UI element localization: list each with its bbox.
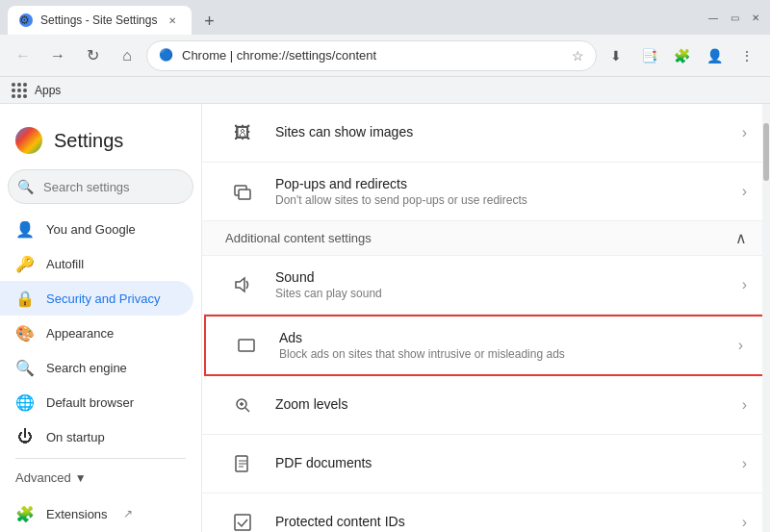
content-scroll: 🖼 Sites can show images › <box>202 104 770 532</box>
minimize-button[interactable]: — <box>706 11 720 24</box>
extensions-puzzle-icon[interactable]: 🧩 <box>666 40 697 71</box>
startup-icon: ⏻ <box>15 427 35 446</box>
back-button[interactable]: ← <box>8 40 38 71</box>
forward-button[interactable]: → <box>42 40 73 71</box>
advanced-section[interactable]: Advanced ▼ <box>15 467 186 489</box>
bookmarks-icon[interactable]: 📑 <box>633 40 664 71</box>
toolbar: ← → ↻ ⌂ 🔵 Chrome | chrome://settings/con… <box>0 35 770 77</box>
extensions-icon: 🧩 <box>15 504 35 523</box>
item-text: PDF documents <box>275 455 742 472</box>
sidebar-item-label: On startup <box>46 430 105 444</box>
you-google-icon: 👤 <box>15 219 35 239</box>
arrow-icon: › <box>742 276 747 293</box>
sidebar-item-appearance[interactable]: 🎨 Appearance <box>0 316 193 350</box>
scrollbar[interactable] <box>762 104 770 532</box>
content-area: 🖼 Sites can show images › <box>202 104 770 532</box>
popup-icon <box>225 174 260 209</box>
zoom-icon <box>225 388 260 422</box>
sidebar-item-default-browser[interactable]: 🌐 Default browser <box>0 385 193 419</box>
address-bar[interactable]: 🔵 Chrome | chrome://settings/content ☆ <box>146 40 597 71</box>
item-title: Protected content IDs <box>275 514 742 529</box>
search-input[interactable] <box>8 169 193 204</box>
scrollbar-thumb[interactable] <box>763 123 769 181</box>
sound-icon <box>225 267 260 302</box>
apps-label: Apps <box>35 84 61 97</box>
sidebar-item-you-google[interactable]: 👤 You and Google <box>0 212 193 246</box>
sites-show-images-item[interactable]: 🖼 Sites can show images › <box>202 104 770 163</box>
divider <box>15 458 186 459</box>
address-right-icons: ☆ <box>572 48 584 63</box>
sidebar: Settings 🔍 👤 You and Google 🔑 Autofill 🔒… <box>0 104 202 532</box>
arrow-icon: › <box>742 183 747 200</box>
item-text: Sites can show images <box>275 124 742 141</box>
sidebar-item-label: Extensions <box>46 507 108 521</box>
protected-content-item[interactable]: Protected content IDs › <box>202 494 770 532</box>
title-bar: ⚙ Settings - Site Settings ✕ + — ▭ ✕ <box>0 0 770 35</box>
additional-content-header[interactable]: Additional content settings ∧ <box>202 221 770 256</box>
collapse-icon[interactable]: ∧ <box>735 229 747 247</box>
item-subtitle: Sites can play sound <box>275 287 742 300</box>
search-icon: 🔍 <box>17 179 34 194</box>
svg-rect-9 <box>235 515 250 530</box>
item-text: Ads Block ads on sites that show intrusi… <box>279 330 738 361</box>
item-title: Pop-ups and redirects <box>275 176 742 191</box>
downloads-icon[interactable]: ⬇ <box>601 40 631 71</box>
home-button[interactable]: ⌂ <box>112 40 142 71</box>
pdf-icon <box>225 446 260 481</box>
popups-item[interactable]: Pop-ups and redirects Don't allow sites … <box>202 163 770 221</box>
close-button[interactable]: ✕ <box>749 11 762 24</box>
browser-frame: ⚙ Settings - Site Settings ✕ + — ▭ ✕ ← →… <box>0 0 770 532</box>
svg-rect-3 <box>239 340 254 351</box>
sidebar-item-on-startup[interactable]: ⏻ On startup <box>0 419 193 454</box>
images-icon: 🖼 <box>225 115 260 150</box>
address-text: Chrome | chrome://settings/content <box>182 48 564 63</box>
item-title: Ads <box>279 330 738 345</box>
arrow-icon: › <box>738 337 743 354</box>
ads-item[interactable]: Ads Block ads on sites that show intrusi… <box>204 315 768 376</box>
item-subtitle: Don't allow sites to send pop-ups or use… <box>275 193 742 207</box>
advanced-label: Advanced <box>15 470 71 485</box>
tab-close-button[interactable]: ✕ <box>165 13 180 28</box>
reload-button[interactable]: ↻ <box>77 40 108 71</box>
protected-content-icon <box>225 505 260 532</box>
sidebar-item-label: You and Google <box>46 222 136 237</box>
svg-rect-1 <box>239 190 250 199</box>
sidebar-item-security[interactable]: 🔒 Security and Privacy <box>0 281 193 316</box>
arrow-icon: › <box>742 124 747 141</box>
sidebar-item-label: Autofill <box>46 257 84 271</box>
sound-item[interactable]: Sound Sites can play sound › <box>202 256 770 315</box>
item-text: Protected content IDs <box>275 514 742 531</box>
arrow-icon: › <box>742 455 747 472</box>
profile-icon[interactable]: 👤 <box>699 40 730 71</box>
item-text: Pop-ups and redirects Don't allow sites … <box>275 176 742 207</box>
chrome-icon: 🔵 <box>159 48 174 63</box>
sidebar-header: Settings <box>0 119 201 169</box>
sidebar-item-extensions[interactable]: 🧩 Extensions ↗ <box>0 496 193 531</box>
item-text: Zoom levels <box>275 396 742 414</box>
security-icon: 🔒 <box>15 289 35 308</box>
item-title: Sound <box>275 269 742 285</box>
svg-marker-2 <box>236 278 244 291</box>
apps-button[interactable]: Apps <box>12 83 61 98</box>
item-title: Zoom levels <box>275 396 742 412</box>
new-tab-button[interactable]: + <box>195 8 222 35</box>
ads-icon <box>229 328 264 363</box>
main-content: Settings 🔍 👤 You and Google 🔑 Autofill 🔒… <box>0 104 770 532</box>
pdf-documents-item[interactable]: PDF documents › <box>202 435 770 494</box>
apps-grid-icon <box>12 83 27 98</box>
active-tab[interactable]: ⚙ Settings - Site Settings ✕ <box>8 6 192 35</box>
menu-icon[interactable]: ⋮ <box>732 40 762 71</box>
item-text: Sound Sites can play sound <box>275 269 742 300</box>
sidebar-search: 🔍 <box>8 169 193 204</box>
arrow-icon: › <box>742 514 747 531</box>
sidebar-item-search-engine[interactable]: 🔍 Search engine <box>0 350 193 385</box>
tab-bar: ⚙ Settings - Site Settings ✕ + <box>8 0 222 35</box>
external-link-icon: ↗ <box>123 507 133 520</box>
zoom-levels-item[interactable]: Zoom levels › <box>202 376 770 435</box>
bookmark-icon[interactable]: ☆ <box>572 48 584 63</box>
sidebar-item-autofill[interactable]: 🔑 Autofill <box>0 246 193 281</box>
svg-line-5 <box>245 408 249 412</box>
maximize-button[interactable]: ▭ <box>728 11 741 24</box>
sidebar-item-label: Default browser <box>46 395 134 410</box>
window-controls: — ▭ ✕ <box>706 11 762 24</box>
